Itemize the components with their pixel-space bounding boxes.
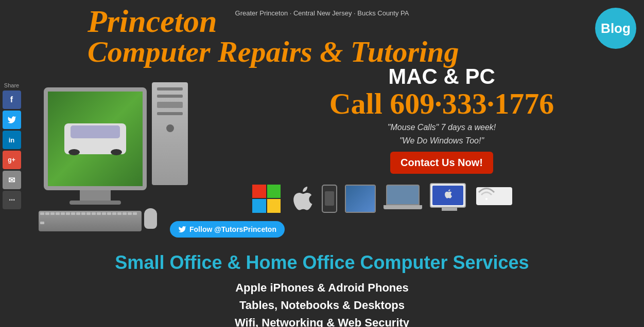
monitor-base <box>80 190 111 201</box>
desktop-monitor-icon <box>430 183 468 214</box>
svg-point-0 <box>485 198 488 200</box>
phone-number: Call 609·333·1776 <box>239 89 644 119</box>
keyboard <box>39 211 142 231</box>
tower-button <box>166 124 174 132</box>
tower-pc <box>152 82 188 185</box>
devices-row <box>224 183 644 214</box>
monitor <box>44 87 147 221</box>
services-title: Small Office & Home Office Computer Serv… <box>26 252 618 274</box>
apple-logo-icon <box>288 185 314 213</box>
tablet-icon <box>345 185 376 213</box>
facebook-share-button[interactable]: f <box>3 90 21 109</box>
email-share-button[interactable]: ✉ <box>3 171 21 189</box>
share-sidebar: Share f in g+ ✉ ⋯ <box>0 82 23 211</box>
windows-logo-icon <box>252 185 281 213</box>
laptop-icon <box>384 185 422 213</box>
twitter-follow-button[interactable]: Follow @TutorsPrinceton <box>170 221 285 238</box>
monitor-foot <box>69 201 121 205</box>
twitter-follow-label: Follow @TutorsPrinceton <box>189 225 276 233</box>
contact-row: Contact Us Now! <box>239 152 644 174</box>
services-section: Small Office & Home Office Computer Serv… <box>0 252 644 327</box>
monitor-frame <box>44 87 147 190</box>
info-panel: MAC & PC Call 609·333·1776 "Mouse Calls"… <box>224 62 644 214</box>
computer-image <box>28 67 214 231</box>
main-content: MAC & PC Call 609·333·1776 "Mouse Calls"… <box>0 62 644 231</box>
tower-drive <box>157 102 183 108</box>
service-item-3: Wifi, Networking & Web Security <box>26 316 618 327</box>
share-label: Share <box>4 82 19 88</box>
googleplus-share-button[interactable]: g+ <box>3 151 21 169</box>
service-item-2: Tables, Notebooks & Desktops <box>26 299 618 312</box>
smartphone-icon <box>322 185 337 213</box>
router-icon <box>476 185 512 213</box>
tower-slot-1 <box>157 87 183 90</box>
computer-illustration <box>28 62 224 231</box>
contact-now-button[interactable]: Contact Us Now! <box>390 152 493 174</box>
tower-slot-2 <box>157 95 183 98</box>
mouse <box>144 208 157 229</box>
mac-pc-heading: MAC & PC <box>239 64 644 89</box>
linkedin-share-button[interactable]: in <box>3 131 21 149</box>
monitor-screen <box>48 92 143 186</box>
blog-button[interactable]: Blog <box>595 8 636 49</box>
tagline: Greater Princeton · Central New Jersey ·… <box>235 9 409 17</box>
mouse-calls-line2: "We Do Windows Too!" <box>239 136 644 146</box>
twitter-share-button[interactable] <box>3 111 21 129</box>
tower-slot-3 <box>157 112 183 115</box>
sharethis-button[interactable]: ⋯ <box>3 191 21 209</box>
service-item-1: Apple iPhones & Adroid Phones <box>26 281 618 295</box>
mouse-calls-line1: "Mouse Calls" 7 days a week! <box>239 123 644 132</box>
